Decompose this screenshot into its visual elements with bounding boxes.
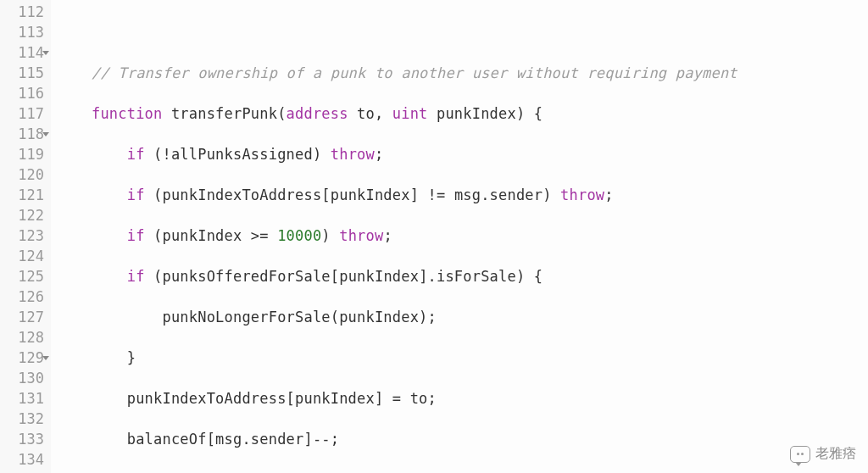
line-number: 121 [0, 185, 44, 205]
line-number: 125 [0, 266, 44, 287]
param-punkindex: punkIndex [437, 105, 516, 122]
identifier: allPunksAssigned [171, 146, 313, 163]
line-number: 112 [0, 2, 44, 22]
code-line: // Transfer ownership of a punk to anoth… [92, 63, 868, 83]
line-number: 114 [0, 42, 44, 63]
identifier: punkIndexToAddress [127, 390, 287, 407]
identifier: punkIndex [339, 268, 419, 285]
code-line: function transferPunk(address to, uint p… [92, 103, 868, 124]
keyword-if: if [127, 268, 145, 285]
code-area[interactable]: // Transfer ownership of a punk to anoth… [51, 0, 868, 473]
identifier: punkIndexToAddress [163, 186, 322, 203]
line-number: 131 [0, 388, 44, 409]
keyword-throw: throw [560, 186, 604, 203]
identifier: punkIndex [331, 186, 410, 203]
watermark-text: 老雅痞 [815, 445, 856, 463]
line-number: 129 [0, 348, 44, 368]
code-line: punkIndexToAddress[punkIndex] = to; [92, 388, 868, 409]
line-number: 115 [0, 63, 44, 83]
line-number: 134 [0, 449, 44, 470]
code-line: balanceOf[msg.sender]--; [92, 429, 868, 449]
code-editor: 112 113 114 115 116 117 118 119 120 121 … [0, 0, 868, 473]
identifier: msg.sender [454, 186, 542, 203]
code-line: if (punkIndex >= 10000) throw; [92, 225, 868, 246]
code-line: if (punksOfferedForSale[punkIndex].isFor… [92, 266, 868, 287]
line-number: 128 [0, 327, 44, 348]
wechat-icon [790, 446, 810, 463]
code-line: if (!allPunksAssigned) throw; [92, 144, 868, 164]
keyword-function: function [92, 105, 162, 122]
keyword-if: if [127, 146, 145, 163]
identifier: punkIndex [163, 227, 242, 244]
code-line: } [92, 348, 868, 368]
keyword-if: if [127, 227, 145, 244]
line-number: 118 [0, 124, 44, 144]
comment: // Transfer ownership of a punk to anoth… [92, 64, 737, 81]
identifier: msg.sender [215, 431, 303, 448]
number-literal: 10000 [277, 227, 321, 244]
code-line: punkNoLongerForSale(punkIndex); [92, 307, 868, 327]
identifier: punksOfferedForSale [163, 268, 331, 285]
identifier: to [410, 390, 428, 407]
line-number: 120 [0, 164, 44, 185]
line-number: 119 [0, 144, 44, 164]
code-line [92, 22, 868, 42]
code-line: balanceOf[to]++; [92, 470, 868, 473]
identifier: punkIndex [295, 390, 375, 407]
identifier: punkNoLongerForSale [162, 309, 330, 326]
line-number: 124 [0, 246, 44, 266]
line-number: 133 [0, 429, 44, 449]
line-number: 123 [0, 225, 44, 246]
param-to: to [357, 105, 375, 122]
keyword-throw: throw [339, 227, 383, 244]
line-number: 130 [0, 368, 44, 388]
line-number: 126 [0, 287, 44, 307]
keyword-throw: throw [331, 146, 375, 163]
identifier: balanceOf [127, 431, 207, 448]
code-line: if (punkIndexToAddress[punkIndex] != msg… [92, 185, 868, 205]
type-uint: uint [392, 105, 428, 122]
watermark: 老雅痞 [790, 445, 856, 463]
function-name: transferPunk [171, 105, 277, 122]
line-number: 116 [0, 83, 44, 103]
line-number: 113 [0, 22, 44, 42]
type-address: address [287, 105, 348, 122]
line-number: 117 [0, 103, 44, 124]
identifier: isForSale [437, 268, 516, 285]
line-number: 127 [0, 307, 44, 327]
keyword-if: if [127, 186, 145, 203]
line-number: 122 [0, 205, 44, 225]
line-number: 132 [0, 409, 44, 429]
identifier: punkIndex [339, 309, 419, 326]
line-number-gutter: 112 113 114 115 116 117 118 119 120 121 … [0, 0, 51, 473]
